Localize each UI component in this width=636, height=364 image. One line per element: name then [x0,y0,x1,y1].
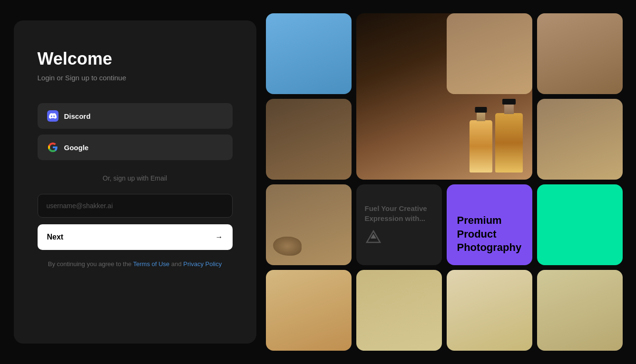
shakker-logo-icon [365,229,382,246]
next-label: Next [47,233,64,241]
grid-cell-fuel-text: Fuel Your Creative Expression with... [356,184,442,265]
grid-cell-cyan [537,184,623,265]
email-input[interactable] [38,194,233,218]
grid-cell-sand-2 [356,270,442,351]
fuel-creative-text: Fuel Your Creative Expression with... [365,203,433,223]
grid-cell-desert-stone [266,184,352,265]
perfume-bottle-right [495,113,523,172]
main-container: Welcome Login or Sign up to continue Dis… [14,13,623,351]
image-grid: Fuel Your Creative Expression with... Pr… [266,13,623,351]
perfume-bottle-left [470,120,492,172]
next-button[interactable]: Next → [38,224,233,250]
google-button[interactable]: Google [38,134,233,160]
auth-buttons: Discord Google [38,103,233,160]
grid-cell-sand-rock [537,99,623,180]
grid-cell-stone [537,13,623,94]
privacy-policy-link[interactable]: Privacy Policy [183,260,222,268]
welcome-title: Welcome [38,49,233,69]
terms-and: and [171,260,183,268]
login-panel: Welcome Login or Sign up to continue Dis… [14,20,256,344]
google-label: Google [64,144,89,152]
terms-prefix: By continuing you agree to the [48,260,132,268]
shakker-logo [365,229,433,246]
discord-icon [47,110,59,122]
grid-cell-sand-1 [266,270,352,351]
grid-cell-sand-4 [537,270,623,351]
desert-stone-shape [273,237,302,256]
premium-product-text: Premium Product Photography [457,214,522,255]
grid-cell-rocks [447,13,532,94]
terms-of-use-link[interactable]: Terms of Use [133,260,170,268]
divider-text: Or, sign up with Email [38,174,233,182]
grid-cell-sky [266,13,352,94]
next-arrow-icon: → [215,233,223,241]
welcome-subtitle: Login or Sign up to continue [38,74,233,82]
discord-label: Discord [64,112,91,120]
google-icon [47,142,59,153]
grid-cell-sand-3 [447,270,532,351]
terms-text: By continuing you agree to the Terms of … [38,259,233,269]
grid-cell-premium: Premium Product Photography [447,184,532,265]
perfume-bottles [470,113,523,172]
grid-cell-dark-rock [266,99,352,180]
discord-button[interactable]: Discord [38,103,233,129]
